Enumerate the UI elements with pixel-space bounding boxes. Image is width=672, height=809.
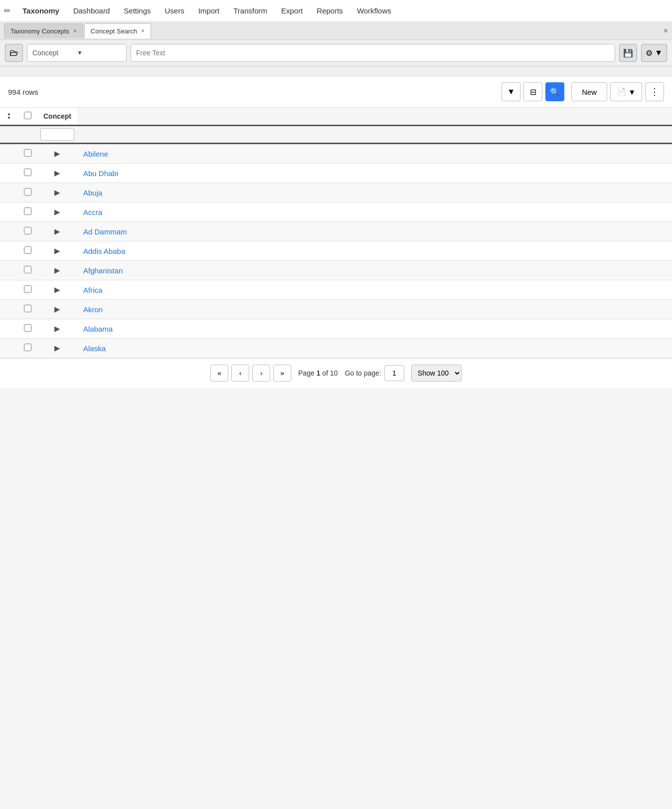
goto-label: Go to page: — [345, 369, 381, 377]
save-button[interactable]: 💾 — [619, 44, 637, 62]
row-checkbox[interactable] — [24, 169, 31, 176]
current-page: 1 — [317, 369, 321, 377]
nav-dashboard[interactable]: Dashboard — [66, 2, 117, 19]
row-checkbox[interactable] — [24, 285, 31, 293]
window-close-icon[interactable]: × — [664, 26, 668, 35]
concept-link[interactable]: Alabama — [83, 325, 113, 333]
filter-button[interactable]: ▼ — [502, 82, 520, 101]
of-label: of — [322, 369, 330, 377]
row-checkbox[interactable] — [24, 344, 31, 351]
row-concept-cell: Abilene — [77, 144, 672, 164]
tab-concept-search-close[interactable]: × — [141, 27, 145, 34]
row-checkbox[interactable] — [24, 149, 31, 157]
export-button[interactable]: 📄 ▼ — [610, 82, 642, 101]
row-expand-cell[interactable]: ▶ — [37, 261, 77, 280]
filter-check-cell — [18, 126, 37, 144]
free-text-input[interactable] — [131, 44, 615, 62]
col-sort-header[interactable]: ▲ ▼ — [0, 108, 18, 126]
row-expand-cell[interactable]: ▶ — [37, 241, 77, 261]
tab-bar: Taxonomy Concepts × Concept Search × × — [0, 22, 672, 40]
row-expand-cell[interactable]: ▶ — [37, 202, 77, 222]
next-page-button[interactable]: › — [252, 365, 270, 382]
row-checkbox[interactable] — [24, 305, 31, 312]
last-page-button[interactable]: » — [273, 365, 291, 382]
prev-page-button[interactable]: ‹ — [231, 365, 249, 382]
concept-dropdown[interactable]: Concept ▼ — [27, 44, 127, 62]
tab-concept-search[interactable]: Concept Search × — [84, 23, 151, 38]
row-expand-cell[interactable]: ▶ — [37, 222, 77, 241]
folder-button[interactable]: 🗁 — [5, 44, 23, 62]
nav-taxonomy[interactable]: Taxonomy — [15, 2, 66, 19]
row-concept-cell: Ad Dammam — [77, 222, 672, 241]
row-checkbox[interactable] — [24, 266, 31, 273]
nav-settings[interactable]: Settings — [117, 2, 158, 19]
concept-link[interactable]: Accra — [83, 208, 102, 216]
concept-dropdown-value: Concept — [32, 49, 77, 57]
row-expand-cell[interactable]: ▶ — [37, 319, 77, 339]
new-button[interactable]: New — [571, 82, 607, 101]
row-sort-cell — [0, 202, 18, 222]
row-checkbox[interactable] — [24, 246, 31, 254]
concept-link[interactable]: Abu Dhabi — [83, 169, 118, 178]
table-row: ▶Abilene — [0, 144, 672, 164]
show-select[interactable]: Show 100 Show 50 Show 25 — [411, 365, 462, 382]
row-expand-cell[interactable]: ▶ — [37, 280, 77, 300]
row-checkbox[interactable] — [24, 188, 31, 196]
concept-link[interactable]: Afghanistan — [83, 266, 123, 275]
concept-link[interactable]: Akron — [83, 305, 103, 314]
tab-taxonomy-concepts[interactable]: Taxonomy Concepts × — [4, 23, 83, 38]
table-row: ▶Addis Ababa — [0, 241, 672, 261]
row-checkbox[interactable] — [24, 227, 31, 234]
row-checkbox[interactable] — [24, 207, 31, 215]
row-checkbox[interactable] — [24, 324, 31, 332]
table-header-row: ▲ ▼ Concept — [0, 108, 672, 126]
row-expand-cell[interactable]: ▶ — [37, 164, 77, 183]
table-row: ▶Africa — [0, 280, 672, 300]
nav-reports[interactable]: Reports — [310, 2, 350, 19]
more-options-button[interactable]: ⋮ — [645, 82, 664, 101]
concept-link[interactable]: Alaska — [83, 344, 106, 353]
row-sort-cell — [0, 280, 18, 300]
next-page-icon: › — [260, 369, 263, 377]
concept-link[interactable]: Abilene — [83, 150, 108, 158]
col-check-header[interactable] — [18, 108, 37, 126]
row-concept-cell: Afghanistan — [77, 261, 672, 280]
table-container: ▲ ▼ Concept ▶Abilene▶Abu Dhabi▶Abuja▶Acc… — [0, 108, 672, 358]
row-sort-cell — [0, 319, 18, 339]
concept-link[interactable]: Africa — [83, 286, 102, 294]
row-sort-cell — [0, 261, 18, 280]
search-icon: 🔍 — [550, 87, 560, 97]
table-row: ▶Accra — [0, 202, 672, 222]
row-concept-cell: Alabama — [77, 319, 672, 339]
concept-link[interactable]: Abuja — [83, 189, 102, 197]
table-row: ▶Ad Dammam — [0, 222, 672, 241]
row-expand-cell[interactable]: ▶ — [37, 300, 77, 319]
goto-input[interactable] — [384, 365, 404, 381]
nav-import[interactable]: Import — [191, 2, 227, 19]
concept-link[interactable]: Addis Ababa — [83, 247, 125, 255]
table-row: ▶Abuja — [0, 183, 672, 202]
gear-button[interactable]: ⚙ ▼ — [641, 44, 667, 62]
first-page-button[interactable]: « — [210, 365, 228, 382]
prev-page-icon: ‹ — [239, 369, 242, 377]
nav-workflows[interactable]: Workflows — [350, 2, 398, 19]
more-icon: ⋮ — [650, 86, 659, 97]
nav-users[interactable]: Users — [158, 2, 191, 19]
concept-filter-input[interactable] — [40, 128, 74, 141]
row-sort-cell — [0, 300, 18, 319]
concept-link[interactable]: Ad Dammam — [83, 227, 127, 236]
search-button[interactable]: 🔍 — [545, 82, 564, 101]
nav-transform[interactable]: Transform — [226, 2, 274, 19]
row-expand-cell[interactable]: ▶ — [37, 144, 77, 164]
tab-concept-search-label: Concept Search — [91, 27, 137, 35]
table-body: ▶Abilene▶Abu Dhabi▶Abuja▶Accra▶Ad Dammam… — [0, 144, 672, 358]
row-expand-cell[interactable]: ▶ — [37, 183, 77, 202]
filter-concept-cell — [37, 126, 77, 144]
tab-taxonomy-concepts-close[interactable]: × — [73, 27, 77, 34]
row-expand-cell[interactable]: ▶ — [37, 339, 77, 358]
select-all-checkbox[interactable] — [24, 112, 31, 119]
nav-export[interactable]: Export — [274, 2, 310, 19]
new-button-label: New — [582, 88, 597, 96]
columns-button[interactable]: ⊟ — [523, 82, 542, 101]
export-icon: 📄 — [617, 87, 626, 96]
